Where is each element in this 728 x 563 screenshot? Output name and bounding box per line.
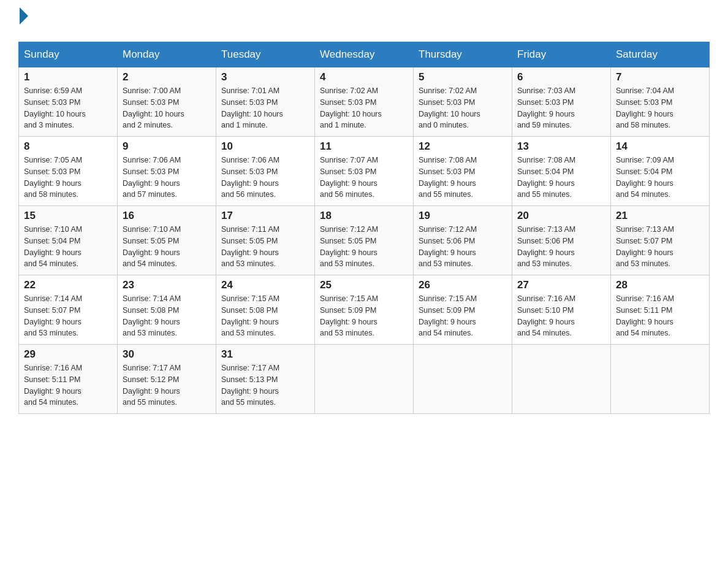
day-info: Sunrise: 7:02 AMSunset: 5:03 PMDaylight:… <box>320 85 408 131</box>
day-number: 13 <box>517 140 605 153</box>
day-number: 4 <box>320 71 408 83</box>
day-info: Sunrise: 7:14 AMSunset: 5:08 PMDaylight:… <box>123 293 211 339</box>
day-number: 16 <box>123 210 211 222</box>
day-info: Sunrise: 7:11 AMSunset: 5:05 PMDaylight:… <box>221 224 309 270</box>
calendar-cell: 8Sunrise: 7:05 AMSunset: 5:03 PMDaylight… <box>19 137 118 206</box>
day-info: Sunrise: 7:04 AMSunset: 5:03 PMDaylight:… <box>616 85 704 131</box>
weekday-header-wednesday: Wednesday <box>315 42 414 67</box>
calendar-cell: 30Sunrise: 7:17 AMSunset: 5:12 PMDayligh… <box>118 345 216 414</box>
weekday-header-friday: Friday <box>512 42 611 67</box>
day-number: 29 <box>24 348 112 361</box>
weekday-header-row: SundayMondayTuesdayWednesdayThursdayFrid… <box>19 42 710 67</box>
weekday-header-thursday: Thursday <box>414 42 512 67</box>
calendar-cell: 7Sunrise: 7:04 AMSunset: 5:03 PMDaylight… <box>611 67 710 137</box>
day-number: 31 <box>221 348 309 361</box>
day-number: 6 <box>517 71 605 83</box>
day-info: Sunrise: 7:16 AMSunset: 5:11 PMDaylight:… <box>616 293 704 339</box>
calendar-week-row: 22Sunrise: 7:14 AMSunset: 5:07 PMDayligh… <box>19 275 710 345</box>
day-info: Sunrise: 7:07 AMSunset: 5:03 PMDaylight:… <box>320 155 408 201</box>
day-number: 25 <box>320 279 408 291</box>
calendar-cell: 6Sunrise: 7:03 AMSunset: 5:03 PMDaylight… <box>512 67 611 137</box>
day-info: Sunrise: 7:16 AMSunset: 5:10 PMDaylight:… <box>517 293 605 339</box>
calendar-cell: 27Sunrise: 7:16 AMSunset: 5:10 PMDayligh… <box>512 275 611 345</box>
day-info: Sunrise: 7:08 AMSunset: 5:04 PMDaylight:… <box>517 155 605 201</box>
day-info: Sunrise: 7:03 AMSunset: 5:03 PMDaylight:… <box>517 85 605 131</box>
calendar-cell <box>512 345 611 414</box>
day-number: 10 <box>221 140 309 153</box>
day-info: Sunrise: 7:16 AMSunset: 5:11 PMDaylight:… <box>24 362 112 408</box>
logo <box>18 12 28 31</box>
calendar-cell: 21Sunrise: 7:13 AMSunset: 5:07 PMDayligh… <box>611 206 710 275</box>
day-number: 17 <box>221 210 309 222</box>
day-number: 7 <box>616 71 704 83</box>
calendar-week-row: 8Sunrise: 7:05 AMSunset: 5:03 PMDaylight… <box>19 137 710 206</box>
day-number: 11 <box>320 140 408 153</box>
weekday-header-sunday: Sunday <box>19 42 118 67</box>
day-number: 14 <box>616 140 704 153</box>
day-info: Sunrise: 7:10 AMSunset: 5:04 PMDaylight:… <box>24 224 112 270</box>
calendar-cell: 29Sunrise: 7:16 AMSunset: 5:11 PMDayligh… <box>19 345 118 414</box>
calendar-cell: 26Sunrise: 7:15 AMSunset: 5:09 PMDayligh… <box>414 275 512 345</box>
day-info: Sunrise: 7:15 AMSunset: 5:08 PMDaylight:… <box>221 293 309 339</box>
calendar-table: SundayMondayTuesdayWednesdayThursdayFrid… <box>18 42 710 414</box>
day-info: Sunrise: 7:17 AMSunset: 5:13 PMDaylight:… <box>221 362 309 408</box>
day-number: 24 <box>221 279 309 291</box>
day-number: 1 <box>24 71 112 83</box>
calendar-cell: 9Sunrise: 7:06 AMSunset: 5:03 PMDaylight… <box>118 137 216 206</box>
calendar-cell: 14Sunrise: 7:09 AMSunset: 5:04 PMDayligh… <box>611 137 710 206</box>
calendar-cell <box>611 345 710 414</box>
day-info: Sunrise: 7:02 AMSunset: 5:03 PMDaylight:… <box>419 85 507 131</box>
weekday-header-monday: Monday <box>118 42 216 67</box>
calendar-week-row: 1Sunrise: 6:59 AMSunset: 5:03 PMDaylight… <box>19 67 710 137</box>
day-number: 8 <box>24 140 112 153</box>
calendar-week-row: 15Sunrise: 7:10 AMSunset: 5:04 PMDayligh… <box>19 206 710 275</box>
day-info: Sunrise: 7:00 AMSunset: 5:03 PMDaylight:… <box>123 85 211 131</box>
calendar-cell: 15Sunrise: 7:10 AMSunset: 5:04 PMDayligh… <box>19 206 118 275</box>
calendar-cell: 23Sunrise: 7:14 AMSunset: 5:08 PMDayligh… <box>118 275 216 345</box>
day-number: 20 <box>517 210 605 222</box>
calendar-cell <box>414 345 512 414</box>
calendar-week-row: 29Sunrise: 7:16 AMSunset: 5:11 PMDayligh… <box>19 345 710 414</box>
day-number: 28 <box>616 279 704 291</box>
day-number: 21 <box>616 210 704 222</box>
day-number: 18 <box>320 210 408 222</box>
day-info: Sunrise: 7:15 AMSunset: 5:09 PMDaylight:… <box>320 293 408 339</box>
day-number: 9 <box>123 140 211 153</box>
page-header <box>18 12 710 31</box>
weekday-header-tuesday: Tuesday <box>216 42 315 67</box>
day-info: Sunrise: 7:01 AMSunset: 5:03 PMDaylight:… <box>221 85 309 131</box>
day-info: Sunrise: 7:17 AMSunset: 5:12 PMDaylight:… <box>123 362 211 408</box>
day-info: Sunrise: 7:13 AMSunset: 5:07 PMDaylight:… <box>616 224 704 270</box>
day-number: 3 <box>221 71 309 83</box>
day-number: 12 <box>419 140 507 153</box>
day-info: Sunrise: 7:12 AMSunset: 5:06 PMDaylight:… <box>419 224 507 270</box>
calendar-cell: 20Sunrise: 7:13 AMSunset: 5:06 PMDayligh… <box>512 206 611 275</box>
calendar-cell: 10Sunrise: 7:06 AMSunset: 5:03 PMDayligh… <box>216 137 315 206</box>
calendar-cell: 16Sunrise: 7:10 AMSunset: 5:05 PMDayligh… <box>118 206 216 275</box>
day-number: 26 <box>419 279 507 291</box>
calendar-cell: 28Sunrise: 7:16 AMSunset: 5:11 PMDayligh… <box>611 275 710 345</box>
day-number: 19 <box>419 210 507 222</box>
calendar-cell: 17Sunrise: 7:11 AMSunset: 5:05 PMDayligh… <box>216 206 315 275</box>
day-number: 27 <box>517 279 605 291</box>
day-info: Sunrise: 7:06 AMSunset: 5:03 PMDaylight:… <box>221 155 309 201</box>
calendar-cell: 13Sunrise: 7:08 AMSunset: 5:04 PMDayligh… <box>512 137 611 206</box>
day-info: Sunrise: 7:09 AMSunset: 5:04 PMDaylight:… <box>616 155 704 201</box>
calendar-cell: 1Sunrise: 6:59 AMSunset: 5:03 PMDaylight… <box>19 67 118 137</box>
calendar-cell: 4Sunrise: 7:02 AMSunset: 5:03 PMDaylight… <box>315 67 414 137</box>
day-number: 30 <box>123 348 211 361</box>
calendar-cell <box>315 345 414 414</box>
calendar-cell: 5Sunrise: 7:02 AMSunset: 5:03 PMDaylight… <box>414 67 512 137</box>
day-number: 5 <box>419 71 507 83</box>
weekday-header-saturday: Saturday <box>611 42 710 67</box>
day-number: 2 <box>123 71 211 83</box>
calendar-cell: 11Sunrise: 7:07 AMSunset: 5:03 PMDayligh… <box>315 137 414 206</box>
calendar-cell: 3Sunrise: 7:01 AMSunset: 5:03 PMDaylight… <box>216 67 315 137</box>
calendar-cell: 24Sunrise: 7:15 AMSunset: 5:08 PMDayligh… <box>216 275 315 345</box>
day-info: Sunrise: 7:13 AMSunset: 5:06 PMDaylight:… <box>517 224 605 270</box>
day-info: Sunrise: 7:06 AMSunset: 5:03 PMDaylight:… <box>123 155 211 201</box>
day-info: Sunrise: 7:10 AMSunset: 5:05 PMDaylight:… <box>123 224 211 270</box>
day-info: Sunrise: 7:14 AMSunset: 5:07 PMDaylight:… <box>24 293 112 339</box>
day-info: Sunrise: 7:05 AMSunset: 5:03 PMDaylight:… <box>24 155 112 201</box>
calendar-cell: 18Sunrise: 7:12 AMSunset: 5:05 PMDayligh… <box>315 206 414 275</box>
